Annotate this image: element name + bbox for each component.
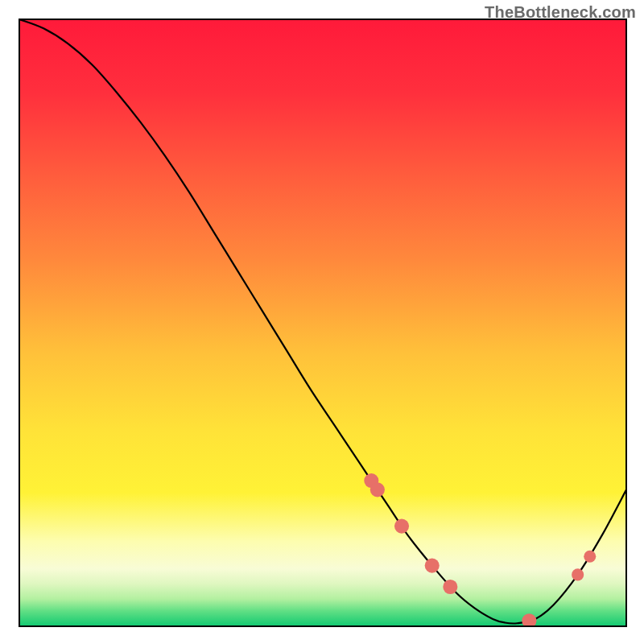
plot-area [19,19,627,627]
marker-dot [443,580,457,594]
chart-frame: TheBottleneck.com [0,0,644,644]
marker-dot [370,482,385,497]
marker-dot [425,559,440,573]
marker-dot [584,551,596,563]
watermark-text: TheBottleneck.com [485,3,636,22]
gradient-background [19,19,626,626]
chart-svg [19,19,627,627]
marker-dot [394,519,409,534]
marker-dot [572,568,584,580]
